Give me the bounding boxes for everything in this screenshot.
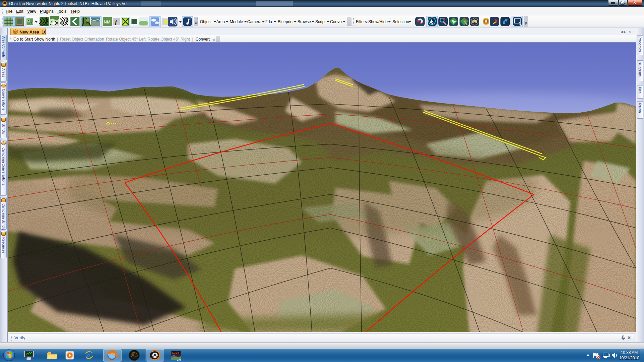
svg-text:L3DT: L3DT <box>172 351 179 355</box>
svg-text:NM: NM <box>104 19 110 24</box>
svg-text:2.9: 2.9 <box>177 358 181 361</box>
